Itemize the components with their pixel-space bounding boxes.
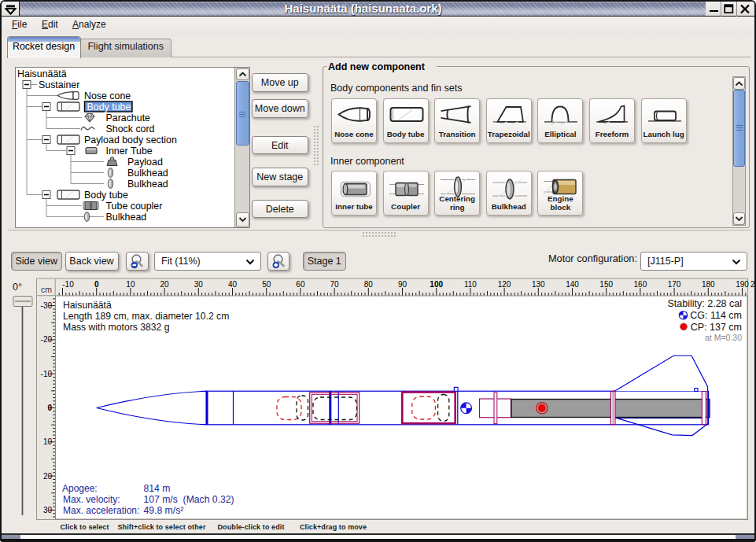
- svg-text:Inner Tube: Inner Tube: [106, 146, 153, 157]
- svg-text:Stability: 2.28 cal: Stability: 2.28 cal: [668, 298, 743, 309]
- svg-text:Tube coupler: Tube coupler: [106, 201, 163, 212]
- svg-text:Bulkhead: Bulkhead: [127, 168, 168, 179]
- svg-text:Payload body section: Payload body section: [84, 135, 177, 146]
- svg-text:160: 160: [634, 280, 647, 289]
- svg-text:at M=0.30: at M=0.30: [705, 333, 742, 342]
- svg-text:-20: -20: [41, 335, 53, 344]
- svg-text:10: 10: [43, 437, 53, 446]
- svg-text:110: 110: [464, 280, 477, 289]
- svg-text:Shock cord: Shock cord: [106, 124, 155, 135]
- svg-text:Bulkhead: Bulkhead: [106, 212, 147, 223]
- svg-text:60: 60: [296, 280, 305, 289]
- svg-text:120: 120: [498, 280, 511, 289]
- svg-text:-10: -10: [41, 370, 53, 378]
- svg-text:Haisunäätä: Haisunäätä: [63, 300, 112, 311]
- svg-text:140: 140: [566, 280, 579, 289]
- svg-text:50: 50: [262, 280, 271, 289]
- svg-text:Max. velocity:: Max. velocity:: [63, 494, 120, 505]
- svg-text:180: 180: [702, 280, 715, 289]
- svg-text:10: 10: [126, 280, 135, 289]
- svg-text:100: 100: [430, 280, 443, 289]
- svg-text:2: 2: [750, 280, 755, 289]
- svg-text:-10: -10: [62, 280, 74, 289]
- svg-text:0: 0: [47, 404, 52, 412]
- svg-text:Max. acceleration:: Max. acceleration:: [63, 505, 139, 516]
- svg-text:Body tube: Body tube: [84, 190, 128, 201]
- svg-text:0°: 0°: [13, 282, 22, 293]
- svg-text:49.8 m/s²: 49.8 m/s²: [144, 505, 184, 516]
- svg-text:cm: cm: [41, 285, 52, 294]
- svg-text:Nose cone: Nose cone: [84, 90, 131, 101]
- svg-text:90: 90: [398, 280, 408, 289]
- svg-text:Parachute: Parachute: [106, 112, 151, 124]
- svg-text:107 m/s (Mach 0.32): 107 m/s (Mach 0.32): [144, 494, 234, 505]
- svg-text:170: 170: [668, 280, 681, 289]
- svg-text:40: 40: [228, 280, 238, 289]
- svg-text:70: 70: [330, 280, 340, 289]
- svg-text:150: 150: [599, 280, 613, 289]
- svg-text:Apogee:: Apogee:: [62, 483, 98, 494]
- svg-text:Payload: Payload: [127, 157, 163, 168]
- svg-text:20: 20: [43, 472, 53, 481]
- svg-text:814 m: 814 m: [144, 483, 171, 494]
- svg-text:80: 80: [364, 280, 374, 289]
- svg-text:0: 0: [94, 280, 99, 289]
- svg-text:Body tube: Body tube: [87, 101, 131, 112]
- svg-text:Sustainer: Sustainer: [39, 79, 79, 90]
- svg-text:-30: -30: [41, 301, 53, 310]
- svg-text:20: 20: [160, 280, 170, 289]
- svg-text:Mass with motors 3832 g: Mass with motors 3832 g: [63, 322, 169, 333]
- svg-text:30: 30: [43, 506, 53, 514]
- svg-text:30: 30: [194, 280, 204, 289]
- svg-text:Bulkhead: Bulkhead: [127, 179, 168, 190]
- svg-text:CP: 137 cm: CP: 137 cm: [691, 322, 742, 333]
- svg-text:Haisunäätä: Haisunäätä: [17, 68, 67, 79]
- svg-text:Length 189 cm, max. diameter 1: Length 189 cm, max. diameter 10.2 cm: [63, 311, 229, 322]
- svg-text:130: 130: [532, 280, 545, 289]
- svg-text:CG: 114 cm: CG: 114 cm: [690, 310, 742, 321]
- svg-text:190: 190: [736, 280, 749, 289]
